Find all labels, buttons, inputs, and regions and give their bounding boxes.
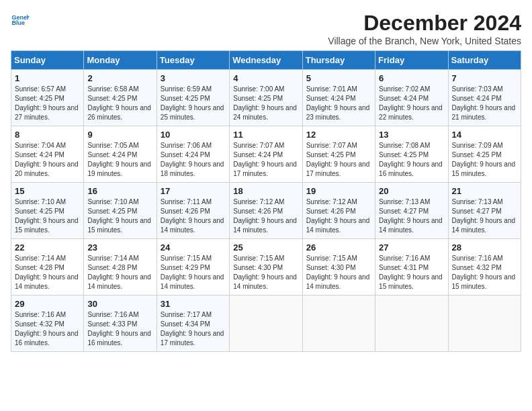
day-info: Sunrise: 7:12 AM Sunset: 4:26 PM Dayligh… [306,197,371,235]
logo-icon: General Blue [11,11,30,30]
calendar-cell: 25Sunrise: 7:15 AM Sunset: 4:30 PM Dayli… [230,239,302,295]
day-number: 17 [161,186,226,196]
calendar-cell: 21Sunrise: 7:13 AM Sunset: 4:27 PM Dayli… [448,183,521,239]
day-number: 30 [87,299,152,309]
day-number: 14 [452,130,517,140]
day-info: Sunrise: 7:02 AM Sunset: 4:24 PM Dayligh… [379,85,444,122]
calendar-week-row: 22Sunrise: 7:14 AM Sunset: 4:28 PM Dayli… [11,239,521,295]
calendar-cell [448,295,521,352]
day-info: Sunrise: 7:15 AM Sunset: 4:29 PM Dayligh… [161,254,226,291]
calendar-cell: 4Sunrise: 7:00 AM Sunset: 4:25 PM Daylig… [230,70,302,126]
calendar-cell: 5Sunrise: 7:01 AM Sunset: 4:24 PM Daylig… [302,70,375,126]
calendar-cell: 7Sunrise: 7:03 AM Sunset: 4:24 PM Daylig… [448,70,521,126]
day-number: 20 [379,186,444,196]
weekday-header: Sunday [11,51,84,70]
svg-text:Blue: Blue [11,19,25,26]
day-info: Sunrise: 6:59 AM Sunset: 4:25 PM Dayligh… [161,85,226,122]
weekday-header: Wednesday [230,51,302,70]
day-number: 4 [233,73,298,83]
day-number: 9 [87,130,152,140]
calendar-cell: 16Sunrise: 7:10 AM Sunset: 4:25 PM Dayli… [84,183,157,239]
calendar-cell: 12Sunrise: 7:07 AM Sunset: 4:25 PM Dayli… [302,126,375,183]
calendar-cell: 14Sunrise: 7:09 AM Sunset: 4:25 PM Dayli… [448,126,521,183]
day-info: Sunrise: 7:00 AM Sunset: 4:25 PM Dayligh… [233,85,298,122]
calendar-cell: 18Sunrise: 7:12 AM Sunset: 4:26 PM Dayli… [230,183,302,239]
day-info: Sunrise: 7:13 AM Sunset: 4:27 PM Dayligh… [379,197,444,235]
calendar-week-row: 1Sunrise: 6:57 AM Sunset: 4:25 PM Daylig… [11,70,521,126]
day-info: Sunrise: 7:16 AM Sunset: 4:32 PM Dayligh… [15,310,80,348]
day-number: 10 [161,130,226,140]
calendar-cell: 19Sunrise: 7:12 AM Sunset: 4:26 PM Dayli… [302,183,375,239]
day-info: Sunrise: 7:16 AM Sunset: 4:32 PM Dayligh… [452,254,517,291]
calendar-cell: 11Sunrise: 7:07 AM Sunset: 4:24 PM Dayli… [230,126,302,183]
day-info: Sunrise: 7:10 AM Sunset: 4:25 PM Dayligh… [15,197,80,235]
calendar-header-row: SundayMondayTuesdayWednesdayThursdayFrid… [11,51,521,70]
day-info: Sunrise: 7:12 AM Sunset: 4:26 PM Dayligh… [233,197,298,235]
day-info: Sunrise: 7:11 AM Sunset: 4:26 PM Dayligh… [161,197,226,235]
weekday-header: Friday [375,51,448,70]
day-info: Sunrise: 7:14 AM Sunset: 4:28 PM Dayligh… [15,254,80,291]
day-info: Sunrise: 7:13 AM Sunset: 4:27 PM Dayligh… [452,197,517,235]
day-number: 21 [452,186,517,196]
calendar-cell: 23Sunrise: 7:14 AM Sunset: 4:28 PM Dayli… [84,239,157,295]
day-info: Sunrise: 7:07 AM Sunset: 4:25 PM Dayligh… [306,141,371,179]
weekday-header: Thursday [302,51,375,70]
calendar-cell [302,295,375,352]
day-number: 12 [306,130,371,140]
day-number: 16 [87,186,152,196]
calendar-cell: 9Sunrise: 7:05 AM Sunset: 4:24 PM Daylig… [84,126,157,183]
day-info: Sunrise: 7:08 AM Sunset: 4:25 PM Dayligh… [379,141,444,179]
day-number: 27 [379,242,444,253]
subtitle: Village of the Branch, New York, United … [328,36,521,46]
day-number: 28 [452,242,517,253]
calendar-cell: 15Sunrise: 7:10 AM Sunset: 4:25 PM Dayli… [11,183,84,239]
calendar-cell: 6Sunrise: 7:02 AM Sunset: 4:24 PM Daylig… [375,70,448,126]
day-info: Sunrise: 7:10 AM Sunset: 4:25 PM Dayligh… [87,197,152,235]
day-number: 7 [452,73,517,83]
day-info: Sunrise: 7:06 AM Sunset: 4:24 PM Dayligh… [161,141,226,179]
day-info: Sunrise: 7:17 AM Sunset: 4:34 PM Dayligh… [161,310,226,348]
day-info: Sunrise: 7:04 AM Sunset: 4:24 PM Dayligh… [15,141,80,179]
calendar-cell: 27Sunrise: 7:16 AM Sunset: 4:31 PM Dayli… [375,239,448,295]
day-info: Sunrise: 7:01 AM Sunset: 4:24 PM Dayligh… [306,85,371,122]
title-area: December 2024 Village of the Branch, New… [328,11,521,46]
day-info: Sunrise: 7:16 AM Sunset: 4:31 PM Dayligh… [379,254,444,291]
day-number: 8 [15,130,80,140]
calendar-cell: 8Sunrise: 7:04 AM Sunset: 4:24 PM Daylig… [11,126,84,183]
day-number: 23 [87,242,152,253]
calendar-cell [375,295,448,352]
day-number: 13 [379,130,444,140]
calendar-week-row: 29Sunrise: 7:16 AM Sunset: 4:32 PM Dayli… [11,295,521,352]
weekday-header: Monday [84,51,157,70]
day-info: Sunrise: 6:58 AM Sunset: 4:25 PM Dayligh… [87,85,152,122]
month-title: December 2024 [328,11,521,36]
day-number: 6 [379,73,444,83]
day-number: 5 [306,73,371,83]
day-number: 22 [15,242,80,253]
day-info: Sunrise: 7:16 AM Sunset: 4:33 PM Dayligh… [87,310,152,348]
day-number: 15 [15,186,80,196]
day-number: 18 [233,186,298,196]
day-info: Sunrise: 7:07 AM Sunset: 4:24 PM Dayligh… [233,141,298,179]
calendar-cell: 13Sunrise: 7:08 AM Sunset: 4:25 PM Dayli… [375,126,448,183]
day-number: 2 [87,73,152,83]
calendar-table: SundayMondayTuesdayWednesdayThursdayFrid… [11,50,521,352]
logo: General Blue [11,11,30,30]
calendar-cell: 10Sunrise: 7:06 AM Sunset: 4:24 PM Dayli… [157,126,229,183]
calendar-cell: 2Sunrise: 6:58 AM Sunset: 4:25 PM Daylig… [84,70,157,126]
day-number: 26 [306,242,371,253]
calendar-cell: 17Sunrise: 7:11 AM Sunset: 4:26 PM Dayli… [157,183,229,239]
day-info: Sunrise: 7:14 AM Sunset: 4:28 PM Dayligh… [87,254,152,291]
day-number: 29 [15,299,80,309]
day-number: 31 [161,299,226,309]
weekday-header: Tuesday [157,51,229,70]
calendar-cell: 24Sunrise: 7:15 AM Sunset: 4:29 PM Dayli… [157,239,229,295]
calendar-cell: 3Sunrise: 6:59 AM Sunset: 4:25 PM Daylig… [157,70,229,126]
calendar-cell: 28Sunrise: 7:16 AM Sunset: 4:32 PM Dayli… [448,239,521,295]
day-number: 11 [233,130,298,140]
calendar-week-row: 8Sunrise: 7:04 AM Sunset: 4:24 PM Daylig… [11,126,521,183]
header: General Blue December 2024 Village of th… [11,11,521,46]
weekday-header: Saturday [448,51,521,70]
day-info: Sunrise: 7:09 AM Sunset: 4:25 PM Dayligh… [452,141,517,179]
day-number: 3 [161,73,226,83]
